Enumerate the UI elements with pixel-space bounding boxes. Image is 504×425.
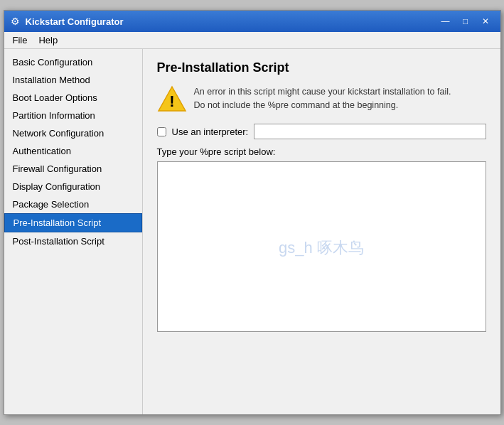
close-button[interactable]: ✕ (476, 14, 495, 28)
content-area: Basic Configuration Installation Method … (4, 49, 500, 414)
sidebar-item-pre-installation-script[interactable]: Pre-Installation Script (4, 213, 142, 232)
interpreter-input[interactable] (254, 124, 486, 139)
warning-text: An error in this script might cause your… (194, 85, 464, 112)
interpreter-row: Use an interpreter: (157, 124, 486, 139)
window-title: Kickstart Configurator (26, 16, 436, 27)
sidebar-item-package-selection[interactable]: Package Selection (4, 195, 142, 213)
warning-box: ! An error in this script might cause yo… (157, 85, 486, 114)
maximize-button[interactable]: □ (456, 14, 475, 28)
title-bar: ⚙ Kickstart Configurator — □ ✕ (4, 11, 500, 32)
app-icon: ⚙ (10, 16, 21, 27)
sidebar-item-display-configuration[interactable]: Display Configuration (4, 178, 142, 195)
sidebar-item-post-installation-script[interactable]: Post-Installation Script (4, 232, 142, 250)
main-window: ⚙ Kickstart Configurator — □ ✕ File Help… (4, 10, 501, 415)
menu-file[interactable]: File (7, 33, 33, 48)
sidebar-item-installation-method[interactable]: Installation Method (4, 71, 142, 89)
menu-help[interactable]: Help (33, 33, 63, 48)
sidebar-item-network-configuration[interactable]: Network Configuration (4, 124, 142, 142)
sidebar-item-authentication[interactable]: Authentication (4, 142, 142, 160)
minimize-button[interactable]: — (436, 14, 455, 28)
panel-title: Pre-Installation Script (157, 60, 486, 75)
script-textarea[interactable] (157, 161, 486, 332)
window-controls: — □ ✕ (436, 14, 495, 28)
menu-bar: File Help (4, 32, 500, 49)
sidebar-item-basic-configuration[interactable]: Basic Configuration (4, 53, 142, 71)
sidebar-item-partition-information[interactable]: Partition Information (4, 107, 142, 124)
script-container: gs_h 啄木鸟 (157, 161, 486, 334)
sidebar-item-firewall-configuration[interactable]: Firewall Configuration (4, 160, 142, 178)
interpreter-label: Use an interpreter: (172, 127, 249, 137)
svg-text:!: ! (169, 92, 174, 110)
sidebar: Basic Configuration Installation Method … (4, 49, 143, 414)
script-label: Type your %pre script below: (157, 146, 486, 157)
warning-icon: ! (157, 85, 186, 114)
main-panel: Pre-Installation Script ! An error in th… (143, 49, 500, 414)
sidebar-item-boot-loader-options[interactable]: Boot Loader Options (4, 89, 142, 107)
interpreter-checkbox[interactable] (157, 127, 166, 136)
